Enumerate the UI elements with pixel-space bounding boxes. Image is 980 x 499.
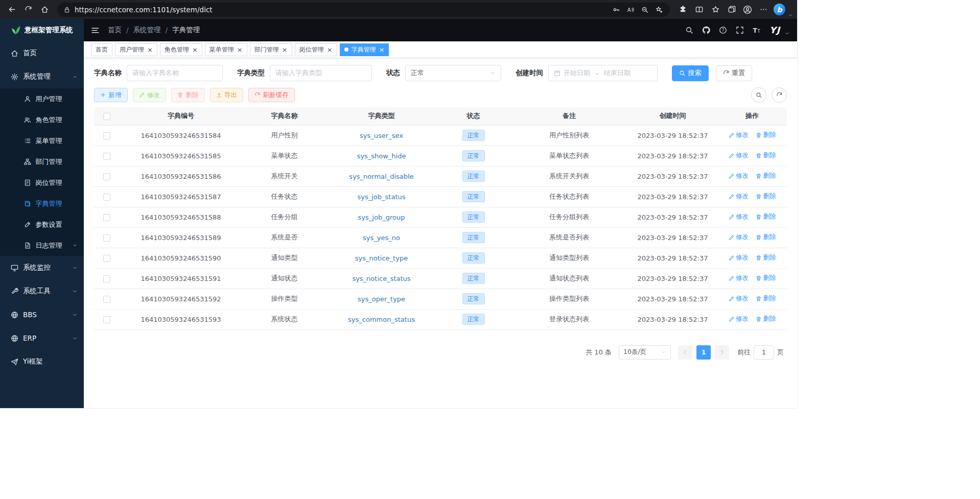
tab-dept[interactable]: 部门管理×	[250, 43, 292, 56]
row-delete-button[interactable]: 删除	[756, 151, 776, 160]
font-size-icon[interactable]: TT	[753, 26, 761, 34]
browser-back-button[interactable]	[4, 3, 19, 17]
breadcrumb-item[interactable]: 字典管理	[172, 26, 200, 35]
row-delete-button[interactable]: 删除	[756, 131, 776, 139]
dict-type-link[interactable]: sys_yes_no	[363, 234, 400, 242]
close-tab-icon[interactable]: ×	[147, 46, 153, 53]
fullscreen-icon[interactable]	[736, 26, 744, 34]
breadcrumb-item[interactable]: 系统管理	[133, 26, 161, 35]
dict-type-input[interactable]: 请输入字典类型	[270, 65, 372, 81]
dict-type-link[interactable]: sys_normal_disable	[349, 173, 413, 180]
toggle-search-button[interactable]	[751, 87, 766, 103]
row-delete-button[interactable]: 删除	[756, 294, 776, 303]
read-aloud-icon[interactable]: A	[624, 4, 637, 16]
page-size-select[interactable]: 10条/页	[619, 345, 671, 360]
zoom-out-icon[interactable]	[638, 4, 651, 16]
dict-name-input[interactable]: 请输入字典名称	[127, 65, 223, 81]
sidebar-item-role[interactable]: 角色管理	[0, 109, 84, 130]
row-delete-button[interactable]: 删除	[756, 233, 776, 242]
sidebar-item-dict[interactable]: 字典管理	[0, 193, 84, 214]
export-button[interactable]: 导出	[210, 88, 244, 102]
tab-home[interactable]: 首页	[91, 43, 112, 56]
row-checkbox[interactable]	[103, 296, 110, 303]
help-icon[interactable]: ?	[719, 26, 727, 34]
refresh-cache-button[interactable]: 刷新缓存	[248, 88, 295, 102]
select-all-checkbox[interactable]	[103, 113, 110, 120]
row-edit-button[interactable]: 修改	[729, 212, 749, 221]
site-info-lock-icon[interactable]	[63, 6, 71, 13]
row-delete-button[interactable]: 删除	[756, 253, 776, 262]
tab-role[interactable]: 角色管理×	[160, 43, 202, 56]
delete-button[interactable]: 删除	[171, 88, 205, 102]
row-edit-button[interactable]: 修改	[729, 315, 749, 323]
tab-post[interactable]: 岗位管理×	[295, 43, 337, 56]
status-select[interactable]: 正常	[405, 65, 501, 81]
browser-profile-avatar[interactable]	[740, 3, 755, 17]
sidebar-item-home[interactable]: 首页	[0, 41, 84, 65]
user-menu-caret-icon[interactable]	[784, 31, 790, 36]
github-icon[interactable]	[702, 26, 710, 34]
sidebar-item-user[interactable]: 用户管理	[0, 88, 84, 109]
sidebar-item-log[interactable]: 日志管理	[0, 235, 84, 256]
row-checkbox[interactable]	[103, 214, 110, 221]
close-tab-icon[interactable]: ×	[282, 46, 288, 53]
close-tab-icon[interactable]: ×	[327, 46, 333, 53]
close-tab-icon[interactable]: ×	[379, 46, 385, 53]
dict-type-link[interactable]: sys_oper_type	[358, 295, 405, 303]
dict-type-link[interactable]: sys_notice_type	[355, 254, 408, 262]
split-screen-icon[interactable]	[691, 3, 707, 17]
dict-type-link[interactable]: sys_user_sex	[360, 132, 403, 139]
row-edit-button[interactable]: 修改	[729, 131, 749, 139]
hamburger-icon[interactable]	[91, 26, 100, 35]
dict-type-link[interactable]: sys_job_group	[358, 213, 405, 221]
dict-type-link[interactable]: sys_common_status	[348, 316, 415, 323]
favorites-star-icon[interactable]	[708, 3, 723, 17]
extensions-puzzle-icon[interactable]	[675, 3, 690, 17]
row-delete-button[interactable]: 删除	[756, 315, 776, 323]
prev-page-button[interactable]	[678, 345, 692, 360]
header-search-icon[interactable]	[685, 26, 693, 34]
sidebar-item-post[interactable]: 岗位管理	[0, 172, 84, 193]
sidebar-item-config[interactable]: 参数设置	[0, 214, 84, 235]
row-edit-button[interactable]: 修改	[729, 233, 749, 242]
add-favorite-star-icon[interactable]	[652, 4, 666, 16]
row-checkbox[interactable]	[103, 194, 110, 201]
row-edit-button[interactable]: 修改	[729, 253, 749, 262]
sidebar-item-erp[interactable]: ERP	[0, 326, 84, 350]
tab-user[interactable]: 用户管理×	[115, 43, 157, 56]
sidebar-item-menu[interactable]: 菜单管理	[0, 130, 84, 151]
dict-type-link[interactable]: sys_notice_status	[352, 275, 410, 282]
row-checkbox[interactable]	[103, 255, 110, 262]
close-tab-icon[interactable]: ×	[192, 46, 198, 53]
dict-type-link[interactable]: sys_job_status	[357, 193, 405, 201]
password-key-icon[interactable]	[610, 4, 623, 16]
sidebar-item-bbs[interactable]: BBS	[0, 303, 84, 326]
browser-menu-dots-icon[interactable]	[756, 3, 771, 17]
row-edit-button[interactable]: 修改	[729, 172, 749, 180]
sidebar-item-dept[interactable]: 部门管理	[0, 151, 84, 172]
breadcrumb-item[interactable]: 首页	[108, 26, 122, 35]
sidebar-item-yi[interactable]: Yi框架	[0, 350, 84, 373]
collections-icon[interactable]	[724, 3, 739, 17]
reset-button[interactable]: 重置	[716, 65, 753, 81]
row-delete-button[interactable]: 删除	[756, 274, 776, 282]
browser-refresh-button[interactable]	[20, 3, 36, 17]
sidebar-item-system[interactable]: 系统管理	[0, 65, 84, 88]
row-checkbox[interactable]	[103, 275, 110, 282]
row-edit-button[interactable]: 修改	[729, 192, 749, 201]
dict-type-link[interactable]: sys_show_hide	[357, 152, 406, 160]
row-edit-button[interactable]: 修改	[729, 294, 749, 303]
row-checkbox[interactable]	[103, 153, 110, 160]
tab-menu[interactable]: 菜单管理×	[205, 43, 247, 56]
address-bar[interactable]: https://ccnetcore.com:1101/system/dict A	[57, 3, 670, 17]
bing-copilot-icon[interactable]: b	[774, 4, 785, 15]
refresh-table-button[interactable]	[772, 87, 787, 103]
next-page-button[interactable]	[715, 345, 729, 360]
user-avatar-logo[interactable]: YJ	[769, 25, 780, 35]
close-tab-icon[interactable]: ×	[237, 46, 243, 53]
date-range-picker[interactable]: 开始日期 - 结束日期	[548, 65, 658, 81]
search-button[interactable]: 搜索	[672, 65, 709, 81]
row-edit-button[interactable]: 修改	[729, 274, 749, 282]
row-edit-button[interactable]: 修改	[729, 151, 749, 160]
row-checkbox[interactable]	[103, 173, 110, 180]
